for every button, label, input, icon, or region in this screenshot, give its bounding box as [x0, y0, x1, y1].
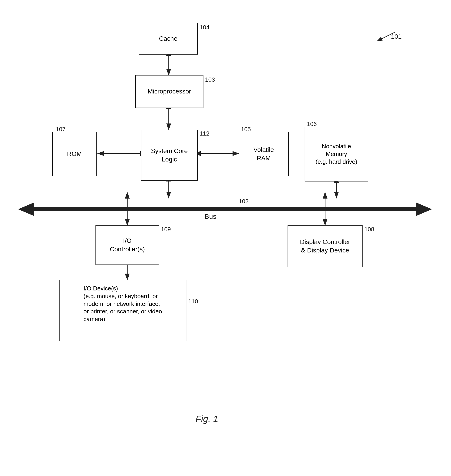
bus-label: Bus	[205, 213, 216, 220]
rom-label: ROM	[67, 150, 82, 158]
bus-ref: 102	[239, 198, 249, 205]
system-core-logic-label: System CoreLogic	[151, 147, 188, 164]
display-controller-ref: 108	[364, 226, 374, 233]
microprocessor-ref: 103	[205, 76, 215, 83]
diagram-arrows	[0, 0, 451, 476]
io-devices-box: I/O Device(s)(e.g. mouse, or keyboard, o…	[59, 280, 186, 341]
nonvolatile-memory-box: NonvolatileMemory(e.g. hard drive)	[305, 127, 368, 182]
nonvolatile-memory-label: NonvolatileMemory(e.g. hard drive)	[315, 143, 357, 165]
io-devices-label: I/O Device(s)(e.g. mouse, or keyboard, o…	[83, 285, 162, 323]
cache-ref: 104	[200, 24, 209, 31]
rom-ref: 107	[56, 126, 65, 133]
nonvolatile-memory-ref: 106	[307, 121, 317, 127]
io-controller-box: I/OController(s)	[95, 225, 159, 265]
ref-101-arrow	[373, 30, 400, 43]
diagram-container: Cache 104 Microprocessor 103 System Core…	[0, 0, 451, 476]
svg-marker-12	[416, 203, 432, 216]
display-controller-label: Display Controller& Display Device	[300, 238, 350, 254]
system-core-logic-box: System CoreLogic	[141, 130, 198, 181]
cache-label: Cache	[159, 35, 177, 43]
rom-box: ROM	[52, 132, 97, 176]
svg-marker-11	[18, 203, 34, 216]
display-controller-box: Display Controller& Display Device	[288, 225, 363, 267]
io-controller-label: I/OController(s)	[110, 237, 145, 253]
svg-line-18	[377, 32, 395, 41]
system-core-logic-ref: 112	[200, 130, 209, 137]
figure-label: Fig. 1	[195, 414, 218, 424]
cache-box: Cache	[139, 23, 198, 55]
microprocessor-label: Microprocessor	[148, 87, 191, 95]
volatile-ram-label: VolatileRAM	[253, 146, 274, 162]
io-controller-ref: 109	[161, 226, 171, 233]
volatile-ram-box: VolatileRAM	[239, 132, 289, 176]
volatile-ram-ref: 105	[241, 126, 251, 133]
microprocessor-box: Microprocessor	[135, 75, 203, 108]
io-devices-ref: 110	[188, 298, 198, 305]
